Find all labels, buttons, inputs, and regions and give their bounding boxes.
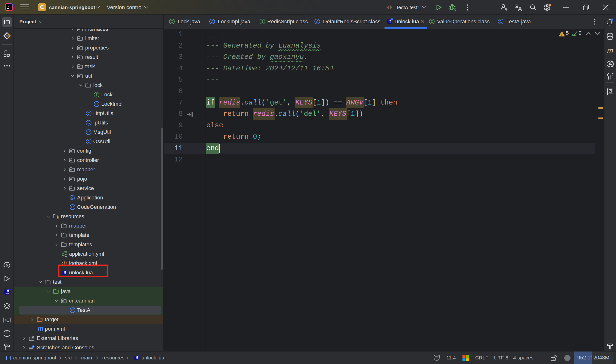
svg-text:IJ: IJ [7,5,9,8]
svg-text:Lua: Lua [388,21,391,24]
svg-text:Lua: Lua [5,292,9,294]
svg-text:A: A [610,90,611,92]
